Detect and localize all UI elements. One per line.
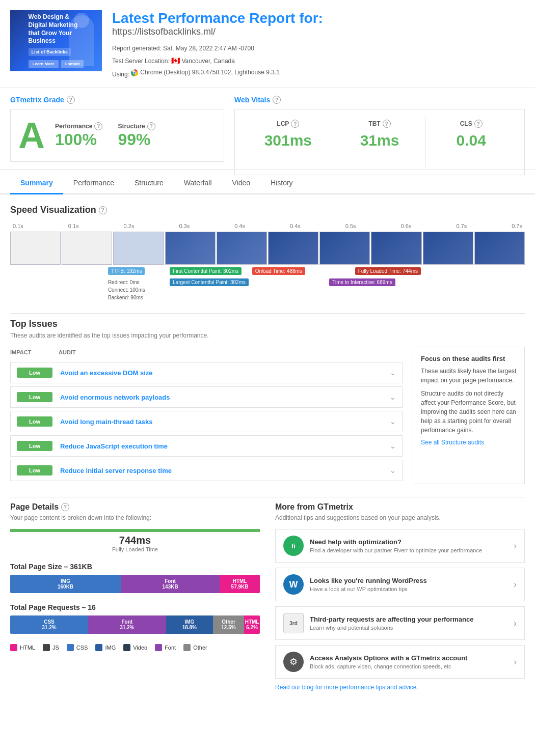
top-issues-section: Top Issues These audits are identified a…	[10, 319, 525, 484]
chevron-down-icon-1: ⌄	[390, 369, 396, 377]
req-css-segment: CSS 31.2%	[10, 615, 88, 634]
frame-5	[217, 232, 267, 265]
tab-summary[interactable]: Summary	[10, 173, 63, 194]
page-details-subtitle: Your page content is broken down into th…	[10, 514, 260, 521]
web-vitals-section: Web Vitals ? LCP ? 301ms TBT ? 31ms CLS …	[234, 96, 525, 162]
frame-6	[268, 232, 318, 265]
legend-font: Font	[155, 644, 176, 651]
frame-2	[62, 232, 112, 265]
legend-label-css: CSS	[76, 645, 88, 651]
frame-7	[319, 232, 370, 265]
flt-container: 744ms Fully Loaded Time	[10, 529, 260, 552]
report-title: Latest Performance Report for:	[112, 10, 323, 26]
issue-row[interactable]: Low Reduce JavaScript execution time ⌄	[10, 435, 403, 457]
vitals-box: LCP ? 301ms TBT ? 31ms CLS ? 0.04	[234, 109, 525, 175]
focus-box-title: Focus on these audits first	[421, 355, 517, 362]
cls-value: 0.04	[431, 132, 512, 149]
chart-legend: HTML JS CSS IMG Video	[10, 644, 260, 651]
fiverr-card-text: Need help with optimization? Find a deve…	[310, 538, 507, 553]
issue-row[interactable]: Low Avoid an excessive DOM size ⌄	[10, 362, 403, 383]
page-size-title: Total Page Size – 361KB	[10, 563, 260, 571]
cls-help[interactable]: ?	[474, 120, 483, 128]
chevron-right-icon-4: ›	[514, 657, 517, 667]
tab-history[interactable]: History	[260, 173, 303, 194]
structure-help[interactable]: ?	[147, 122, 155, 130]
tab-waterfall[interactable]: Waterfall	[174, 173, 222, 194]
header-meta: Report generated: Sat, May 28, 2022 2:47…	[112, 43, 323, 80]
legend-label-video: Video	[133, 645, 147, 651]
legend-color-img	[95, 644, 102, 651]
issues-header: IMPACT AUDIT	[10, 347, 403, 358]
focus-box-body2: Structure audits do not directly affect …	[421, 389, 517, 435]
impact-col-header: IMPACT	[10, 349, 51, 355]
gtmetrix-grade-title: GTmetrix Grade	[10, 96, 64, 104]
legend-color-html	[10, 644, 17, 651]
req-img-segment: IMG 18.8%	[166, 615, 213, 634]
speed-viz-help[interactable]: ?	[99, 206, 107, 214]
read-more-link[interactable]: Read our blog for more performance tips …	[275, 684, 525, 691]
focus-box: Focus on these audits first These audits…	[413, 347, 525, 484]
fiverr-icon: fi	[283, 536, 304, 556]
tbt-help[interactable]: ?	[383, 120, 391, 128]
tab-video[interactable]: Video	[222, 173, 261, 194]
more-gtmetrix-section: More from GTmetrix Additional tips and s…	[275, 502, 525, 691]
gtmetrix-card-wordpress[interactable]: W Looks like you're running WordPress Ha…	[275, 568, 525, 601]
chevron-down-icon-5: ⌄	[390, 466, 396, 474]
web-vitals-help[interactable]: ?	[273, 96, 281, 104]
size-html-segment: HTML 57.9KB	[220, 575, 260, 593]
timeline-frames	[10, 232, 525, 265]
page-details-help[interactable]: ?	[61, 503, 69, 511]
issues-table: IMPACT AUDIT Low Avoid an excessive DOM …	[10, 347, 403, 484]
analysis-body: Block ads, capture video, change connect…	[310, 663, 507, 669]
legend-color-other	[183, 644, 191, 651]
timeline-markers: TTFB: 192ms First Contentful Paint: 302m…	[10, 267, 525, 300]
generated-value: Sat, May 28, 2022 2:47 AM -0700	[163, 45, 254, 52]
speed-visualization: Speed Visualization ? 0.1s 0.1s 0.2s 0.3…	[10, 205, 525, 300]
divider-2	[10, 497, 525, 497]
chevron-down-icon-4: ⌄	[390, 442, 396, 450]
issue-label-5: Reduce initial server response time	[60, 467, 382, 474]
svg-point-2	[133, 72, 136, 74]
gtmetrix-card-fiverr[interactable]: fi Need help with optimization? Find a d…	[275, 529, 525, 563]
issue-row[interactable]: Low Reduce initial server response time …	[10, 460, 403, 481]
legend-js: JS	[43, 644, 59, 651]
performance-metric: Performance ? 100%	[55, 122, 102, 149]
gtmetrix-grade-help[interactable]: ?	[67, 96, 75, 104]
tbt-vital: TBT ? 31ms	[334, 117, 426, 167]
gtmetrix-card-analysis[interactable]: ⚙ Access Analysis Options with a GTmetri…	[275, 645, 525, 679]
tab-structure[interactable]: Structure	[124, 173, 174, 194]
issue-row[interactable]: Low Avoid long main-thread tasks ⌄	[10, 411, 403, 432]
impact-badge-4: Low	[17, 441, 52, 451]
req-html-segment: HTML 6.2%	[244, 615, 260, 634]
bottom-section: Page Details ? Your page content is brok…	[10, 502, 525, 691]
lcp-help[interactable]: ?	[291, 120, 299, 128]
performance-help[interactable]: ?	[94, 122, 102, 130]
gtmetrix-card-thirdparty[interactable]: 3rd Third-party requests are affecting y…	[275, 606, 525, 640]
frame-8	[371, 232, 421, 265]
legend-video: Video	[123, 644, 147, 651]
see-all-structure-link[interactable]: See all Structure audits	[421, 439, 484, 446]
issue-row[interactable]: Low Avoid enormous network payloads ⌄	[10, 386, 403, 408]
focus-box-body1: These audits likely have the largest imp…	[421, 367, 517, 385]
frame-1	[10, 232, 61, 265]
wordpress-body: Have a look at our WP optimization tips	[310, 586, 507, 592]
ttfb-detail: Redirect: 0ms Connect: 100ms Backend: 90…	[108, 278, 145, 301]
analysis-card-text: Access Analysis Options with a GTmetrix …	[310, 654, 507, 669]
generated-label: Report generated:	[112, 45, 162, 52]
header-info: Latest Performance Report for: https://l…	[112, 10, 323, 80]
page-requests-title: Total Page Requests – 16	[10, 603, 260, 611]
structure-label: Structure	[118, 123, 145, 130]
flt-label: Fully Loaded Time	[10, 546, 260, 552]
more-gtmetrix-subtitle: Additional tips and suggestions based on…	[275, 514, 525, 521]
legend-color-js	[43, 644, 50, 651]
main-content: Speed Visualization ? 0.1s 0.1s 0.2s 0.3…	[0, 194, 535, 701]
issue-label-4: Reduce JavaScript execution time	[60, 442, 382, 450]
wordpress-card-text: Looks like you're running WordPress Have…	[310, 577, 507, 592]
req-font-segment: Font 31.2%	[88, 615, 166, 634]
legend-other: Other	[183, 644, 207, 651]
grade-letter: A	[18, 117, 45, 154]
lcp-label: LCP	[277, 120, 289, 127]
tab-performance[interactable]: Performance	[63, 173, 124, 194]
lcp-vital: LCP ? 301ms	[243, 117, 334, 167]
requests-bar: CSS 31.2% Font 31.2% IMG 18.8% Other 12.…	[10, 615, 260, 634]
